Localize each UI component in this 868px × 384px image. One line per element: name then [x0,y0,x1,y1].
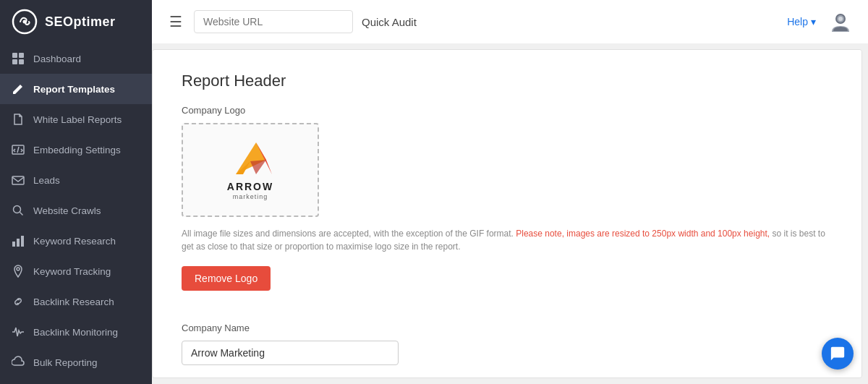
page-title: Report Header [182,72,833,90]
sidebar-item-leads[interactable]: Leads [0,165,152,195]
sidebar-item-dashboard[interactable]: Dashboard [0,43,152,74]
arrow-marketing-logo: ARROW marketing [227,140,273,200]
bar-chart-icon [12,234,25,247]
svg-rect-12 [12,242,15,247]
embed-icon [12,143,25,156]
svg-point-15 [17,268,20,270]
topbar-main: ☰ Quick Audit Help ▾ [152,0,868,43]
logo-upload-area[interactable]: ARROW marketing [182,123,319,217]
sidebar-item-backlink-research[interactable]: Backlink Research [0,286,152,317]
sidebar-label-dashboard: Dashboard [33,54,81,64]
arrow-logo-subtext: marketing [227,193,273,200]
cloud-icon [12,356,25,369]
seoptimer-logo-icon [12,9,38,35]
arrow-logo-graphic [229,140,272,177]
sidebar-label-bulk-reporting: Bulk Reporting [33,357,98,368]
svg-rect-13 [17,239,20,247]
layout: Dashboard Report Templates White Label R… [0,43,868,384]
svg-rect-10 [12,176,24,184]
sidebar-item-keyword-research[interactable]: Keyword Research [0,226,152,256]
search-icon [12,204,25,217]
hamburger-icon[interactable]: ☰ [166,10,185,33]
logo-area: SEOptimer [0,9,152,35]
activity-icon [12,325,25,338]
svg-rect-8 [19,59,24,64]
svg-rect-7 [12,59,17,64]
link-icon [12,295,25,308]
company-name-input[interactable] [182,341,399,365]
logo-text: SEOptimer [45,14,116,30]
sidebar-item-bulk-reporting[interactable]: Bulk Reporting [0,347,152,377]
svg-rect-6 [19,53,24,58]
remove-logo-button[interactable]: Remove Logo [182,266,271,291]
pin-icon [12,265,25,278]
notice-normal: All image file sizes and dimensions are … [182,229,514,239]
mail-icon [12,174,25,187]
sidebar-label-report-templates: Report Templates [33,84,115,95]
help-button[interactable]: Help ▾ [787,16,816,27]
chat-icon [830,346,846,362]
website-url-input[interactable] [194,10,353,33]
notice-highlight: Please note, images are resized to 250px… [516,229,770,239]
topbar: SEOptimer ☰ Quick Audit Help ▾ [0,0,868,43]
sidebar-label-keyword-tracking: Keyword Tracking [33,266,111,277]
svg-rect-14 [21,236,24,247]
svg-point-11 [14,206,21,213]
chevron-down-icon: ▾ [811,16,816,27]
sidebar-label-leads: Leads [33,175,60,186]
svg-point-4 [838,17,843,21]
file-icon [12,113,25,126]
sidebar-item-embedding-settings[interactable]: Embedding Settings [0,135,152,165]
sidebar-label-keyword-research: Keyword Research [33,236,116,247]
svg-marker-20 [250,160,266,174]
sidebar-label-backlink-research: Backlink Research [33,296,114,307]
sidebar-label-embedding-settings: Embedding Settings [33,145,121,155]
quick-audit-button[interactable]: Quick Audit [362,16,417,28]
sidebar-item-website-crawls[interactable]: Website Crawls [0,195,152,226]
sidebar-item-keyword-tracking[interactable]: Keyword Tracking [0,256,152,286]
company-logo-group: Company Logo [182,105,833,308]
main-content: Report Header Company Logo [152,49,862,378]
topbar-right: Help ▾ [787,9,854,35]
company-name-group: Company Name [182,323,833,365]
svg-point-1 [23,20,27,24]
edit-icon [12,82,25,95]
sidebar-label-website-crawls: Website Crawls [33,205,101,216]
svg-marker-17 [236,142,266,174]
company-logo-label: Company Logo [182,105,833,116]
company-name-label: Company Name [182,323,833,333]
content-inner: Report Header Company Logo [153,50,861,378]
sidebar: Dashboard Report Templates White Label R… [0,43,152,384]
sidebar-item-api[interactable]: API [0,377,152,384]
sidebar-item-report-templates[interactable]: Report Templates [0,74,152,104]
sidebar-item-backlink-monitoring[interactable]: Backlink Monitoring [0,317,152,347]
sidebar-label-white-label-reports: White Label Reports [33,114,122,125]
user-icon[interactable] [827,9,854,35]
chat-button[interactable] [822,338,854,370]
sidebar-label-backlink-monitoring: Backlink Monitoring [33,327,118,338]
sidebar-item-white-label-reports[interactable]: White Label Reports [0,104,152,135]
arrow-logo-name: ARROW marketing [227,180,273,200]
svg-rect-5 [12,53,17,58]
grid-icon [12,52,25,65]
notice-text: All image file sizes and dimensions are … [182,227,833,253]
